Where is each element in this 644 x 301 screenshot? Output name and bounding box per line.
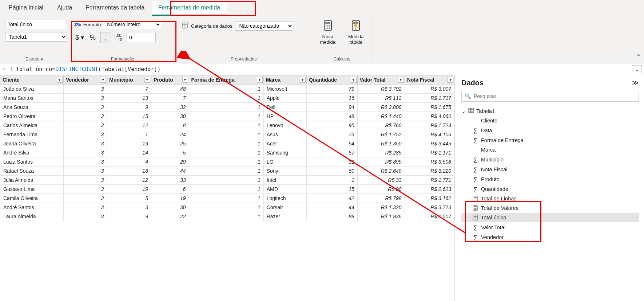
cell[interactable]: 30 [151, 112, 189, 121]
cell[interactable]: R$ 1.440 [357, 112, 405, 121]
table-row[interactable]: Camila Oliveira35191Logitech42R$ 798R$ 3… [0, 194, 454, 203]
cell[interactable]: 3 [63, 203, 107, 212]
data-category-select[interactable]: Não categorizado [235, 21, 293, 31]
cell[interactable]: 1 [189, 112, 263, 121]
cell[interactable]: Luiza Santos [0, 157, 64, 167]
column-header[interactable]: Quantidade▾ [306, 75, 357, 85]
cell[interactable]: Corsair [263, 203, 306, 212]
cell[interactable]: 95 [306, 121, 357, 130]
cell[interactable]: 60 [306, 167, 357, 176]
cell[interactable]: 25 [151, 139, 189, 148]
cell[interactable]: 44 [306, 203, 357, 212]
cell[interactable]: 19 [151, 194, 189, 203]
column-filter-button[interactable]: ▾ [300, 77, 306, 83]
column-filter-button[interactable]: ▾ [351, 77, 357, 83]
cell[interactable]: R$ 1.752 [357, 130, 405, 139]
column-header[interactable]: Nota Fiscal▾ [405, 75, 454, 85]
cell[interactable]: Carlos Almeida [0, 121, 64, 130]
cell[interactable]: R$ 2.623 [405, 185, 454, 194]
cell[interactable]: 3 [63, 112, 107, 121]
fields-search-input[interactable]: 🔍 Pesquisar [461, 91, 639, 102]
field-item[interactable]: Total de Valores [461, 203, 639, 213]
cell[interactable]: 4 [107, 157, 151, 167]
cell[interactable]: 19 [107, 185, 151, 194]
cell[interactable]: Fernanda Lima [0, 130, 64, 139]
column-filter-button[interactable]: ▾ [100, 77, 106, 83]
cell[interactable]: R$ 1.675 [405, 103, 454, 112]
cell[interactable]: 15 [107, 112, 151, 121]
cell[interactable]: 12 [107, 121, 151, 130]
cell[interactable]: 8 [151, 121, 189, 130]
field-item[interactable]: Total único [461, 213, 639, 222]
cell[interactable]: 1 [306, 176, 357, 185]
format-select[interactable]: Número inteiro [103, 20, 161, 29]
cell[interactable]: 42 [306, 194, 357, 203]
cell[interactable]: R$ 1.771 [405, 176, 454, 185]
cell[interactable]: 3 [63, 130, 107, 139]
cell[interactable]: R$ 798 [357, 194, 405, 203]
cell[interactable]: 1 [189, 176, 263, 185]
cell[interactable]: Lenovo [263, 121, 306, 130]
cell[interactable]: Ana Souza [0, 103, 64, 112]
cell[interactable]: Acer [263, 139, 306, 148]
cell[interactable]: R$ 285 [357, 148, 405, 157]
cell[interactable]: 3 [63, 148, 107, 157]
cell[interactable]: 16 [306, 94, 357, 103]
cell[interactable]: 3 [63, 176, 107, 185]
cell[interactable]: André Santos [0, 203, 64, 212]
table-row[interactable]: Ana Souza39321Dell94R$ 3.008R$ 1.675 [0, 103, 454, 112]
cell[interactable]: R$ 3.713 [405, 203, 454, 212]
cell[interactable]: 5 [107, 194, 151, 203]
table-row[interactable]: Joana Oliveira319251Acer54R$ 1.350R$ 3.4… [0, 139, 454, 148]
table-row[interactable]: André Silva31451Samsung57R$ 285R$ 1.171 [0, 148, 454, 157]
cell[interactable]: 5 [151, 148, 189, 157]
field-item[interactable]: ∑Produto [461, 174, 639, 184]
cell[interactable]: 1 [189, 121, 263, 130]
cell[interactable]: 31 [306, 157, 357, 167]
cell[interactable]: R$ 33 [357, 176, 405, 185]
cell[interactable]: HP [263, 112, 306, 121]
cell[interactable]: LG [263, 157, 306, 167]
cell[interactable]: 1 [189, 148, 263, 157]
column-header[interactable]: Município▾ [107, 75, 151, 85]
field-item[interactable]: ∑Município [461, 155, 639, 164]
column-filter-button[interactable]: ▾ [398, 77, 404, 83]
cell[interactable]: R$ 1.717 [405, 94, 454, 103]
cell[interactable]: 73 [306, 130, 357, 139]
percent-button[interactable]: % [87, 32, 98, 43]
field-item[interactable]: Cliente [461, 116, 639, 125]
cell[interactable]: 24 [151, 130, 189, 139]
field-item[interactable]: ∑Quantidade [461, 184, 639, 194]
cell[interactable]: 57 [306, 148, 357, 157]
cell[interactable]: 18 [107, 167, 151, 176]
field-item[interactable]: ∑Valor Total [461, 222, 639, 232]
cell[interactable]: R$ 1.724 [405, 121, 454, 130]
cell[interactable]: 1 [189, 139, 263, 148]
column-header[interactable]: Cliente▾ [0, 75, 64, 85]
cell[interactable]: 94 [306, 103, 357, 112]
formula-check-icon[interactable]: ✓ [2, 66, 5, 73]
cell[interactable]: 22 [151, 212, 189, 221]
cell[interactable]: 1 [189, 85, 263, 94]
column-filter-button[interactable]: ▾ [57, 77, 63, 83]
cell[interactable]: R$ 1.320 [357, 203, 405, 212]
field-item[interactable]: Total de Linhas [461, 194, 639, 203]
cell[interactable]: Maria Santos [0, 94, 64, 103]
cell[interactable]: 1 [189, 94, 263, 103]
table-row[interactable]: Laura Almeida39221Razer88R$ 1.936R$ 1.50… [0, 212, 454, 221]
cell[interactable]: 29 [151, 157, 189, 167]
cell[interactable]: 48 [151, 85, 189, 94]
tab-table-tools[interactable]: Ferramentas da tabela [79, 1, 151, 16]
collapse-ribbon-button[interactable]: ⌃ [636, 53, 641, 61]
field-item[interactable]: ∑Data [461, 125, 639, 135]
cell[interactable]: 30 [151, 203, 189, 212]
cell[interactable]: 9 [107, 103, 151, 112]
table-row[interactable]: Pedro Oliveira315301HP48R$ 1.440R$ 4.060 [0, 112, 454, 121]
cell[interactable]: R$ 2.640 [357, 167, 405, 176]
cell[interactable]: 3 [63, 121, 107, 130]
cell[interactable]: 32 [151, 103, 189, 112]
field-item[interactable]: Marca [461, 145, 639, 155]
cell[interactable]: R$ 3.220 [405, 167, 454, 176]
cell[interactable]: Dell [263, 103, 306, 112]
cell[interactable]: 44 [151, 167, 189, 176]
